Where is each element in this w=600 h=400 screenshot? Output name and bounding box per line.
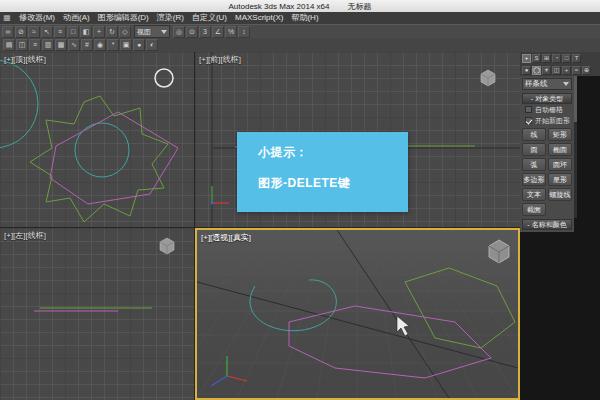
viewcube-icon[interactable] xyxy=(481,70,495,86)
origin-axis-icon xyxy=(211,186,230,205)
utilities-tab-icon[interactable]: T xyxy=(572,54,581,63)
text-button[interactable]: 文本 xyxy=(522,188,546,201)
viewcube-home-icon[interactable] xyxy=(489,240,509,263)
viewport-left-label[interactable]: [+][左][线框] xyxy=(4,230,46,241)
rollout-name-color[interactable]: - 名称和颜色 xyxy=(522,219,572,230)
unlink-selection-icon[interactable]: ⊘ xyxy=(15,26,27,38)
menu-item-rendering[interactable]: 渲染(R) xyxy=(153,12,188,24)
mirror-icon[interactable]: ◫ xyxy=(16,39,28,51)
ellipse-button[interactable]: 椭圆 xyxy=(548,143,572,156)
autogrid-checkbox[interactable] xyxy=(525,106,532,113)
helpers-category-icon[interactable]: + xyxy=(562,66,571,75)
helix-button[interactable]: 螺旋线 xyxy=(548,188,572,201)
star-button[interactable]: 星形 xyxy=(548,173,572,186)
select-and-rotate-icon[interactable]: ↻ xyxy=(106,26,118,38)
rollout-object-type[interactable]: - 对象类型 xyxy=(522,93,572,104)
menu-item-customize[interactable]: 自定义(U) xyxy=(188,12,231,24)
viewport-top-label[interactable]: [+][顶][线框] xyxy=(4,54,46,65)
schematic-view-icon[interactable]: # xyxy=(81,39,93,51)
start-new-shape-checkbox[interactable] xyxy=(525,117,532,124)
curve-editor-icon[interactable]: ∿ xyxy=(68,39,80,51)
display-tab-icon[interactable]: □ xyxy=(562,54,571,63)
chevron-down-icon xyxy=(563,82,569,86)
render-production-icon[interactable]: ● xyxy=(133,39,145,51)
menu-item-help[interactable]: 帮助(H) xyxy=(287,12,322,24)
select-by-name-icon[interactable]: ≡ xyxy=(54,26,66,38)
render-setup-icon[interactable]: * xyxy=(107,39,119,51)
menu-item-maxscript[interactable]: MAXScript(X) xyxy=(231,12,287,24)
spline-gear-star[interactable] xyxy=(405,268,515,348)
layer-manager-icon[interactable]: ▥ xyxy=(42,39,54,51)
menu-item-graph-editors[interactable]: 图形编辑器(D) xyxy=(94,12,153,24)
menu-items: 修改器(M)动画(A)图形编辑器(D)渲染(R)自定义(U)MAXScript(… xyxy=(15,12,323,24)
spline-curve-teal[interactable] xyxy=(250,280,336,331)
rollout-object-type-label: 对象类型 xyxy=(535,94,563,104)
angle-snap-toggle-icon[interactable]: ∠ xyxy=(212,26,224,38)
spline-polygon[interactable] xyxy=(289,306,491,378)
spline-circle-selected[interactable] xyxy=(155,69,173,87)
document-title: 无标题 xyxy=(347,1,371,12)
arc-button[interactable]: 弧 xyxy=(522,158,546,171)
panel-scrollbar[interactable] xyxy=(574,76,577,218)
viewport-perspective[interactable]: [+][透视][真实] xyxy=(195,228,520,400)
spinner-snap-toggle-icon[interactable]: ↕ xyxy=(238,26,250,38)
autogrid-row: 自动栅格 xyxy=(522,104,572,115)
select-and-manipulate-icon[interactable]: ⊙ xyxy=(186,26,198,38)
select-object-icon[interactable]: ↖ xyxy=(41,26,53,38)
spline-gear-star[interactable] xyxy=(30,96,168,222)
rendered-frame-window-icon[interactable]: ▣ xyxy=(120,39,132,51)
rectangle-button[interactable]: 矩形 xyxy=(548,128,572,141)
bind-to-space-warp-icon[interactable]: ≈ xyxy=(28,26,40,38)
window-crossing-toggle-icon[interactable]: ◧ xyxy=(80,26,92,38)
command-panel: +S⊞◔□T ●◯☀◫+≈⊕ 样条线 - 对象类型 自动栅格 开始新图形 线矩形… xyxy=(520,52,600,400)
panel-scrollbar-thumb[interactable] xyxy=(574,76,577,122)
donut-button[interactable]: 圆环 xyxy=(548,158,572,171)
subcategory-dropdown[interactable]: 样条线 xyxy=(522,78,572,90)
graphite-modeling-toolbar-icon[interactable]: ▩ xyxy=(55,39,67,51)
viewcube-icon[interactable] xyxy=(160,238,174,254)
create-categories: ●◯☀◫+≈⊕ xyxy=(520,64,600,76)
select-and-link-icon[interactable]: ∞ xyxy=(2,26,14,38)
rectangular-selection-region-icon[interactable]: □ xyxy=(67,26,79,38)
workspaces-icon[interactable]: ▦ xyxy=(2,13,12,23)
reference-coordinate-dropdown[interactable]: 视图 xyxy=(134,25,170,38)
motion-tab-icon[interactable]: ◔ xyxy=(552,54,561,63)
geometry-category-icon[interactable]: ● xyxy=(522,66,531,75)
viewport-left[interactable]: [+][左][线框] xyxy=(0,228,194,400)
material-editor-icon[interactable]: ◉ xyxy=(94,39,106,51)
menu-bar: ▦ 修改器(M)动画(A)图形编辑器(D)渲染(R)自定义(U)MAXScrip… xyxy=(0,12,600,24)
main-toolbar: ∞⊘≈↖≡□◧+↻◇ 视图 ◎⊙3∠%↕ xyxy=(0,24,600,38)
select-and-move-icon[interactable]: + xyxy=(93,26,105,38)
spline-circle-partial[interactable] xyxy=(0,60,38,148)
lights-category-icon[interactable]: ☀ xyxy=(542,66,551,75)
hierarchy-tab-icon[interactable]: ⊞ xyxy=(542,54,551,63)
modify-tab-icon[interactable]: S xyxy=(532,54,541,63)
subcategory-value: 样条线 xyxy=(525,79,548,89)
cameras-category-icon[interactable]: ◫ xyxy=(552,66,561,75)
render-iterative-icon[interactable]: ◐ xyxy=(146,39,158,51)
percent-snap-toggle-icon[interactable]: % xyxy=(225,26,237,38)
circle-button[interactable]: 圆 xyxy=(522,143,546,156)
menu-item-animation[interactable]: 动画(A) xyxy=(59,12,94,24)
create-tab-icon[interactable]: + xyxy=(522,54,531,63)
mouse-cursor-icon xyxy=(397,316,409,336)
secondary-toolbar: ▤◫≡▥▩∿#◉*▣●◐ xyxy=(0,38,600,52)
viewport-top[interactable]: [+][顶][线框] xyxy=(0,52,194,227)
select-and-scale-icon[interactable]: ◇ xyxy=(119,26,131,38)
edit-named-selection-sets-icon[interactable]: ▤ xyxy=(3,39,15,51)
systems-category-icon[interactable]: ⊕ xyxy=(582,66,591,75)
command-panel-tabs: +S⊞◔□T xyxy=(520,52,600,64)
use-pivot-point-center-icon[interactable]: ◎ xyxy=(173,26,185,38)
viewport-front-label[interactable]: [+][前][线框] xyxy=(199,54,241,65)
space-warps-category-icon[interactable]: ≈ xyxy=(572,66,581,75)
menu-item-modifiers[interactable]: 修改器(M) xyxy=(15,12,59,24)
rollout-name-color-label: 名称和颜色 xyxy=(532,220,567,230)
section-button[interactable]: 截面 xyxy=(522,203,546,216)
align-icon[interactable]: ≡ xyxy=(29,39,41,51)
ngon-button[interactable]: 多边形 xyxy=(522,173,546,186)
snap-toggle-3d-icon[interactable]: 3 xyxy=(199,26,211,38)
shapes-category-icon[interactable]: ◯ xyxy=(532,66,541,75)
title-bar[interactable]: Autodesk 3ds Max 2014 x64 无标题 xyxy=(0,0,600,12)
line-button[interactable]: 线 xyxy=(522,128,546,141)
viewport-perspective-label[interactable]: [+][透视][真实] xyxy=(201,232,251,243)
